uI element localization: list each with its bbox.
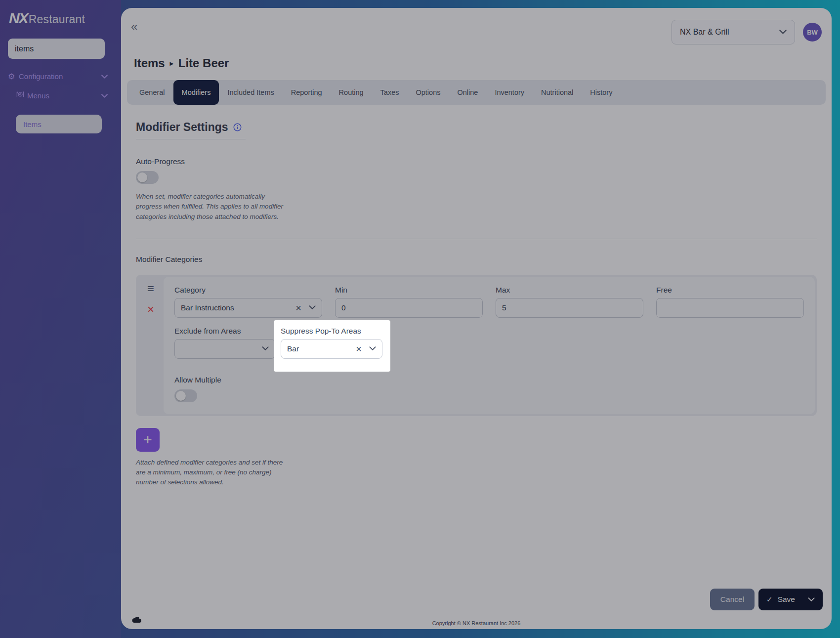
tab-general[interactable]: General	[131, 80, 173, 105]
category-fields-row: Category Bar Instructions × Min	[174, 286, 804, 318]
tab-inventory[interactable]: Inventory	[486, 80, 533, 105]
auto-progress-label: Auto-Progress	[136, 157, 817, 166]
toggle-knob	[176, 391, 186, 401]
suppress-pop-to-areas-spotlight: Suppress Pop-To Areas Bar ×	[274, 320, 390, 372]
category-select[interactable]: Bar Instructions ×	[174, 298, 322, 318]
sidebar-search-input[interactable]	[8, 39, 105, 59]
chevron-down-icon	[779, 28, 787, 37]
chevron-down-icon	[101, 72, 108, 81]
sidebar: NX Restaurant ⚙ Configuration Menus	[0, 0, 121, 638]
sidebar-item-configuration[interactable]: ⚙ Configuration	[8, 72, 114, 81]
allow-multiple-setting: Allow Multiple	[174, 376, 804, 402]
logo-wordmark: Restaurant	[29, 13, 85, 26]
auto-progress-setting: Auto-Progress When set, modifier categor…	[136, 157, 817, 222]
app-logo: NX Restaurant	[9, 10, 114, 27]
breadcrumb-parent[interactable]: Items	[134, 56, 165, 70]
category-label: Category	[174, 286, 322, 295]
check-icon: ✓	[766, 595, 773, 604]
suppress-pop-to-areas-field: Suppress Pop-To Areas Bar ×	[281, 327, 382, 359]
drag-handle-icon[interactable]: ≡	[147, 283, 154, 295]
cancel-button[interactable]: Cancel	[710, 589, 755, 610]
tab-history[interactable]: History	[582, 80, 621, 105]
tab-nutritional[interactable]: Nutritional	[533, 80, 582, 105]
copyright-text: Copyright © NX Restaurant Inc 2026	[121, 620, 832, 626]
sidebar-item-label: Configuration	[19, 72, 63, 81]
max-input[interactable]	[496, 298, 643, 318]
min-input[interactable]	[335, 298, 483, 318]
dining-icon	[16, 91, 27, 100]
max-label: Max	[496, 286, 643, 295]
remove-category-button[interactable]: ×	[147, 303, 154, 315]
tab-bar: General Modifiers Included Items Reporti…	[127, 80, 826, 105]
allow-multiple-toggle[interactable]	[174, 389, 197, 402]
avatar[interactable]: BW	[803, 23, 822, 42]
app-root: NX Restaurant ⚙ Configuration Menus	[0, 0, 840, 638]
gear-icon: ⚙	[8, 72, 19, 81]
tab-reporting[interactable]: Reporting	[283, 80, 331, 105]
save-button[interactable]: ✓ Save	[758, 589, 823, 610]
auto-progress-toggle[interactable]	[136, 171, 159, 184]
allow-multiple-label: Allow Multiple	[174, 376, 804, 384]
page-title: Modifier Settings	[136, 121, 228, 134]
add-category-button[interactable]: +	[136, 428, 160, 452]
free-label: Free	[656, 286, 804, 295]
category-card-body: Category Bar Instructions × Min	[164, 277, 815, 414]
min-field: Min	[335, 286, 483, 318]
tab-online[interactable]: Online	[449, 80, 486, 105]
top-bar: « NX Bar & Grill BW	[121, 8, 832, 44]
sidebar-item-label: Menus	[27, 91, 49, 100]
exclude-from-areas-select[interactable]	[174, 339, 275, 359]
exclude-from-areas-field: Exclude from Areas	[174, 327, 275, 359]
free-field: Free	[656, 286, 804, 318]
sidebar-item-menus[interactable]: Menus	[8, 91, 114, 100]
chevron-down-icon[interactable]	[309, 305, 316, 310]
section-header: Modifier Settings	[136, 121, 246, 139]
auto-progress-description: When set, modifier categories automatica…	[136, 192, 289, 222]
free-input[interactable]	[656, 298, 804, 318]
modifier-categories-label: Modifier Categories	[136, 255, 817, 264]
modifiers-tab-content: Modifier Settings Auto-Progress When set…	[121, 105, 832, 488]
tab-options[interactable]: Options	[407, 80, 449, 105]
suppress-pop-to-areas-label: Suppress Pop-To Areas	[281, 327, 382, 336]
tab-routing[interactable]: Routing	[331, 80, 372, 105]
chevron-down-icon	[101, 91, 108, 100]
chevron-down-icon[interactable]	[808, 597, 815, 602]
collapse-sidebar-button[interactable]: «	[128, 20, 140, 34]
category-field: Category Bar Instructions ×	[174, 286, 322, 318]
modifier-category-card: ≡ × Category Bar Instructions ×	[136, 275, 817, 416]
clear-icon[interactable]: ×	[295, 303, 301, 313]
info-icon[interactable]	[233, 123, 242, 131]
breadcrumb: Items ▸ Lite Beer	[134, 56, 832, 70]
toggle-knob	[137, 172, 147, 182]
chevron-down-icon[interactable]	[369, 346, 376, 351]
tab-taxes[interactable]: Taxes	[372, 80, 408, 105]
areas-fields-row: Exclude from Areas Suppress Pop-To Areas	[174, 327, 804, 372]
sidebar-item-items[interactable]: Items	[16, 115, 102, 133]
suppress-pop-to-areas-select[interactable]: Bar ×	[281, 339, 382, 359]
suppress-pop-to-areas-value: Bar	[287, 344, 356, 353]
clear-icon[interactable]: ×	[356, 344, 362, 354]
max-field: Max	[496, 286, 643, 318]
location-selector[interactable]: NX Bar & Grill	[672, 20, 795, 44]
min-label: Min	[335, 286, 483, 295]
tab-modifiers[interactable]: Modifiers	[173, 80, 219, 105]
category-card-gutter: ≡ ×	[138, 277, 164, 414]
add-category-help-text: Attach defined modifier categories and s…	[136, 458, 289, 488]
category-select-value: Bar Instructions	[181, 303, 295, 312]
chevron-down-icon[interactable]	[262, 346, 269, 351]
form-actions: Cancel ✓ Save	[710, 589, 823, 610]
location-selector-value: NX Bar & Grill	[680, 28, 729, 37]
exclude-from-areas-label: Exclude from Areas	[174, 327, 275, 336]
tab-included-items[interactable]: Included Items	[219, 80, 282, 105]
breadcrumb-separator-icon: ▸	[170, 59, 173, 67]
section-divider	[136, 239, 817, 239]
save-button-label: Save	[778, 595, 795, 604]
top-bar-right: NX Bar & Grill BW	[672, 20, 822, 44]
main-panel: « NX Bar & Grill BW Items ▸ Lite Beer Ge…	[121, 8, 832, 629]
breadcrumb-current: Lite Beer	[178, 56, 229, 70]
logo-nx: NX	[9, 10, 28, 27]
sidebar-item-label: Items	[23, 120, 42, 128]
